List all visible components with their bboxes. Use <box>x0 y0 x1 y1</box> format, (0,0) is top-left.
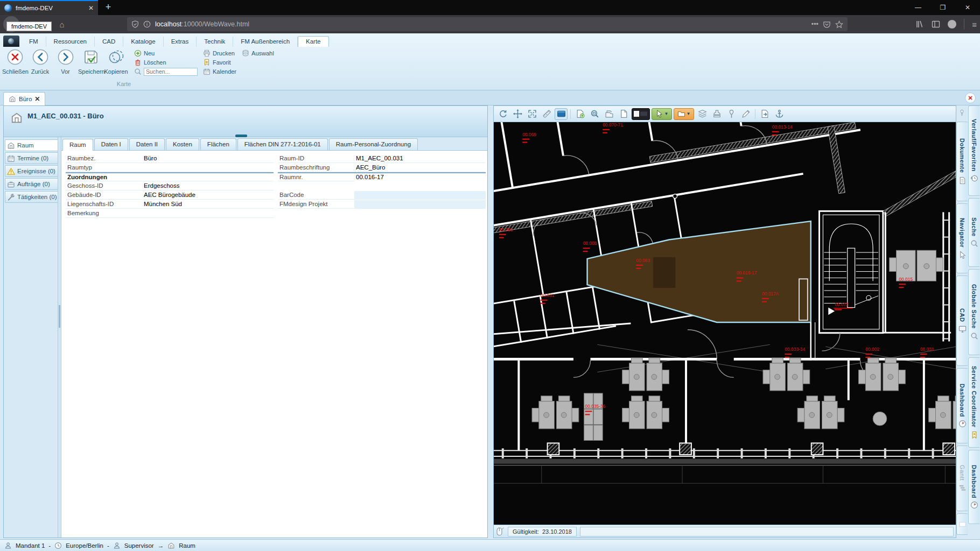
cad-layers-button[interactable] <box>696 108 709 120</box>
ribbon-tab-cad[interactable]: CAD <box>95 37 123 47</box>
browser-tab[interactable]: fmdemo-DEV ✕ <box>0 0 98 15</box>
zur-ck-button[interactable]: Zurück <box>27 47 53 75</box>
menu-icon[interactable]: ≡ <box>972 20 977 29</box>
document-tab-close-icon[interactable]: ✕ <box>34 95 40 103</box>
sidebar-item-raum[interactable]: Raum <box>5 139 58 151</box>
sidebar-item-t-tigkeiten-0[interactable]: Tätigkeiten (0) <box>5 191 58 203</box>
window-close-button[interactable]: ✕ <box>955 0 980 15</box>
cad-view-button[interactable] <box>555 108 568 120</box>
sidebar-item-termine-0[interactable]: Termine (0) <box>5 152 58 164</box>
pocket-icon[interactable] <box>823 20 831 29</box>
cad-refresh-button[interactable] <box>496 108 509 120</box>
field-value-raumtyp[interactable] <box>142 164 274 172</box>
panel-splitter[interactable] <box>488 105 493 538</box>
dock-tab-verlauf-favoriten[interactable]: Verlauf/Favoriten <box>968 105 979 196</box>
kalender-button[interactable]: Kalender <box>203 67 236 76</box>
library-icon[interactable] <box>915 20 924 29</box>
cad-layer-folder-button[interactable]: ▼ <box>674 108 694 120</box>
site-info-icon[interactable] <box>143 20 151 28</box>
field-value-geb-ude-id[interactable]: AEC Bürogebäude <box>142 191 274 199</box>
form-tab-raum-personal-zuordnung[interactable]: Raum-Personal-Zuordnung <box>329 138 418 150</box>
sidebar-item-ereignisse-0[interactable]: Ereignisse (0) <box>5 165 58 177</box>
ribbon-tab-fm-au-enbereich[interactable]: FM Außenbereich <box>233 37 298 47</box>
room-label: 00.017A <box>762 291 779 296</box>
new-tab-button[interactable]: + <box>100 0 116 15</box>
window-restore-button[interactable]: ❐ <box>930 0 955 15</box>
cad-measure-button[interactable] <box>540 108 553 120</box>
account-avatar[interactable] <box>948 20 956 29</box>
ribbon-tab-ressourcen[interactable]: Ressourcen <box>46 37 95 47</box>
cad-stamp-button[interactable] <box>710 108 723 120</box>
ribbon-tab-kataloge[interactable]: Kataloge <box>123 37 163 47</box>
dock-tab-gantt[interactable]: Gantt <box>956 446 968 511</box>
speichern-button[interactable]: Speichern <box>78 47 103 75</box>
page-actions-icon[interactable]: ••• <box>811 20 818 28</box>
field-value-barcode[interactable] <box>354 191 486 199</box>
form-tab-kosten[interactable]: Kosten <box>166 138 199 150</box>
ribbon-tab-extras[interactable]: Extras <box>164 37 197 47</box>
shield-icon[interactable] <box>131 20 139 28</box>
drucken-button[interactable]: Drucken <box>203 49 236 58</box>
bookmark-star-icon[interactable] <box>835 20 843 29</box>
cad-canvas[interactable]: 00.06900.070-7100.013-1400.00800.00800.0… <box>494 122 956 525</box>
field-value-raumbez[interactable]: Büro <box>142 154 274 163</box>
dock-tab-blank[interactable] <box>956 513 968 535</box>
cad-display-toggle[interactable] <box>632 108 650 120</box>
tab-close-icon[interactable]: ✕ <box>88 4 94 12</box>
window-minimize-button[interactable]: — <box>906 0 930 15</box>
dock-tab-dashboard[interactable]: Dashboard <box>968 450 979 524</box>
form-tab-raum[interactable]: Raum <box>62 139 93 151</box>
field-value-raumbeschriftung[interactable]: AEC_Büro <box>354 164 486 172</box>
pin-panel-icon[interactable] <box>956 105 968 119</box>
ribbon-tab-karte[interactable]: Karte <box>298 36 329 47</box>
form-tab-daten-ii[interactable]: Daten II <box>129 138 165 150</box>
cad-pan-button[interactable] <box>511 108 524 120</box>
form-tab-daten-i[interactable]: Daten I <box>94 138 128 150</box>
ribbon-tab-technik[interactable]: Technik <box>197 37 233 47</box>
sidebar-item-auftr-ge-0[interactable]: Aufträge (0) <box>5 178 58 190</box>
cad-zoom-window-button[interactable] <box>588 108 601 120</box>
form-tab-fl-chen-din-277-1-2016-01[interactable]: Flächen DIN 277-1:2016-01 <box>237 138 328 150</box>
neu-button[interactable]: Neu <box>134 49 198 58</box>
vertical-splitter[interactable] <box>58 137 61 538</box>
dock-tab-dashboard[interactable]: Dashboard <box>956 368 968 443</box>
url-bar[interactable]: localhost:10000/WebWave.html ••• <box>127 17 848 31</box>
document-tab-buero[interactable]: Büro ✕ <box>3 92 45 105</box>
dock-tab-globale-suche[interactable]: Globale Suche <box>968 269 979 355</box>
sidebars-icon[interactable] <box>932 20 940 29</box>
field-value-fmdesign-projekt[interactable] <box>354 200 486 208</box>
schlie-en-button[interactable]: Schließen <box>2 47 27 75</box>
cad-sheet-button[interactable] <box>617 108 630 120</box>
dock-tab-suche[interactable]: Suche <box>968 198 979 267</box>
field-value-raumnr[interactable]: 00.016-17 <box>354 173 486 181</box>
cad-anchor-button[interactable] <box>773 108 786 120</box>
dock-tab-dokumente[interactable]: Dokumente <box>956 122 968 201</box>
field-value-bemerkung[interactable] <box>142 209 274 217</box>
cad-redline-button[interactable] <box>739 108 752 120</box>
cad-select-mode-button[interactable]: ▼ <box>652 108 672 120</box>
room-label: 00.008 <box>583 241 597 246</box>
cad-export-button[interactable] <box>758 108 771 120</box>
dock-tab-service-coordinator[interactable]: Service Coordinator <box>968 357 979 448</box>
field-value-raum-id[interactable]: M1_AEC_00.031 <box>354 154 486 163</box>
l-schen-button[interactable]: Löschen <box>134 58 198 67</box>
field-value-liegenschafts-id[interactable]: München Süd <box>142 200 274 208</box>
favorit-button[interactable]: Favorit <box>203 58 236 67</box>
field-value-geschoss-id[interactable]: Erdgeschoss <box>142 182 274 190</box>
dock-tab-cad[interactable]: CAD <box>956 276 968 366</box>
cad-new-view-button[interactable] <box>573 108 586 120</box>
cad-plans-button[interactable] <box>603 108 615 120</box>
app-logo-tab[interactable] <box>3 36 19 47</box>
home-button[interactable]: ⌂ <box>54 20 70 29</box>
cad-pin-button[interactable] <box>725 108 738 120</box>
cad-zoom-fit-button[interactable] <box>526 108 538 120</box>
vor-button[interactable]: Vor <box>53 47 78 75</box>
close-all-tabs-button[interactable]: ✕ <box>965 93 976 103</box>
search-input[interactable] <box>144 68 198 76</box>
field-label: Bemerkung <box>66 210 142 216</box>
kopieren-button[interactable]: Kopieren <box>103 47 129 75</box>
form-tab-fl-chen[interactable]: Flächen <box>200 138 236 150</box>
ribbon-tab-fm[interactable]: FM <box>22 37 46 47</box>
auswahl-button[interactable]: Auswahl <box>242 49 274 58</box>
dock-tab-navigator[interactable]: Navigator <box>956 203 968 273</box>
